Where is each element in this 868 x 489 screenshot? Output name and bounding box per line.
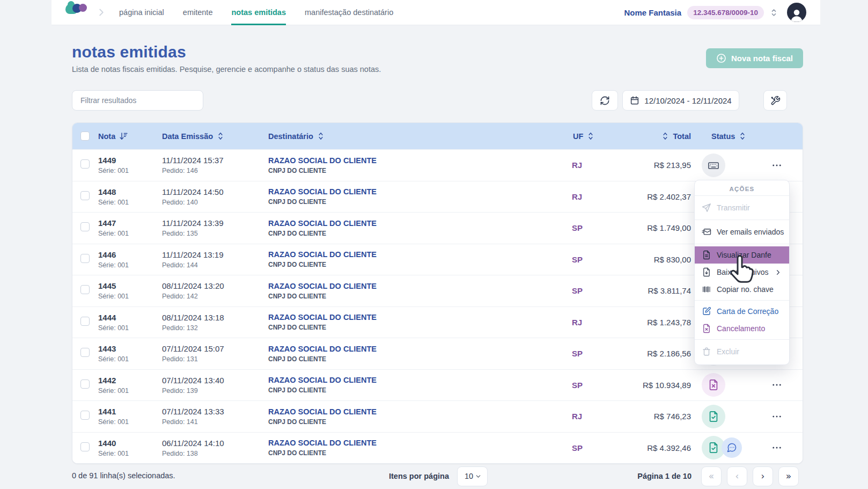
invoice-serie: Série: 001 [98, 230, 162, 237]
invoice-number: 1441 [98, 407, 162, 417]
status-authorized-icon [702, 405, 725, 428]
order-number: Pedido: 146 [162, 167, 268, 174]
recipient-cnpj: CNPJ DO CLIENTE [268, 198, 568, 206]
order-number: Pedido: 139 [162, 387, 268, 395]
app-logo-icon[interactable] [65, 4, 89, 21]
recipient-cnpj: CNPJ DO CLIENTE [268, 230, 568, 237]
recipient-link[interactable]: RAZAO SOCIAL DO CLIENTE [268, 376, 568, 385]
column-header-destinatario[interactable]: Destinatário [268, 132, 568, 141]
column-header-total[interactable]: Total [607, 132, 691, 141]
total-value: R$ 2.402,37 [607, 192, 691, 201]
invoice-number: 1449 [98, 156, 162, 165]
nav-item-manifestacao-destinatario[interactable]: manifestação destinatário [305, 0, 393, 25]
new-invoice-button[interactable]: Nova nota fiscal [706, 48, 803, 68]
menu-item-ver-emails-enviados[interactable]: Ver emails enviados [695, 223, 789, 240]
menu-item-excluir[interactable]: Excluir [695, 343, 789, 360]
recipient-link[interactable]: RAZAO SOCIAL DO CLIENTE [268, 407, 568, 417]
row-checkbox[interactable] [80, 442, 90, 451]
row-checkbox[interactable] [80, 411, 90, 420]
column-label: Destinatário [268, 132, 313, 141]
order-number: Pedido: 142 [162, 293, 268, 300]
menu-item-label: Ver emails enviados [717, 228, 784, 236]
invoice-number: 1444 [98, 313, 162, 323]
row-actions-button[interactable] [769, 409, 784, 424]
next-page-button[interactable]: › [753, 466, 773, 486]
row-checkbox[interactable] [80, 348, 90, 357]
menu-item-transmitir[interactable]: Transmitir [695, 199, 789, 216]
invoice-serie: Série: 001 [98, 293, 162, 300]
items-per-page-label: Itens por página [389, 472, 449, 480]
row-checkbox[interactable] [80, 285, 90, 294]
column-header-uf[interactable]: UF [568, 132, 607, 141]
recipient-link[interactable]: RAZAO SOCIAL DO CLIENTE [268, 345, 568, 354]
row-checkbox[interactable] [80, 254, 90, 263]
calendar-icon [630, 96, 639, 105]
menu-item-label: Copiar no. chave [717, 285, 774, 294]
column-label: Status [711, 132, 735, 141]
column-header-nota[interactable]: Nota [98, 132, 162, 141]
row-actions-button[interactable] [769, 440, 784, 455]
recipient-cnpj: CNPJ DO CLIENTE [268, 418, 568, 426]
nav-item-notas-emitidas[interactable]: notas emitidas [231, 0, 286, 25]
menu-item-carta-de-correcao[interactable]: Carta de Correção [695, 303, 789, 320]
order-number: Pedido: 132 [162, 324, 268, 332]
refresh-button[interactable] [592, 90, 618, 111]
total-value: R$ 10.934,89 [607, 381, 691, 390]
menu-item-baixar-arquivos[interactable]: Baixar arquivos [695, 264, 789, 281]
uf-value: RJ [568, 412, 607, 421]
uf-value: SP [568, 255, 607, 264]
last-page-button[interactable]: » [778, 466, 799, 486]
items-per-page-select[interactable]: 10 [457, 466, 488, 486]
row-checkbox[interactable] [80, 222, 90, 231]
uf-value: RJ [568, 318, 607, 327]
select-all-checkbox[interactable] [80, 132, 90, 141]
row-checkbox[interactable] [80, 317, 90, 326]
emission-date: 08/11/2024 13:18 [162, 313, 268, 323]
nav-item-pagina-inicial[interactable]: página inicial [119, 0, 164, 25]
recipient-link[interactable]: RAZAO SOCIAL DO CLIENTE [268, 313, 568, 322]
company-switcher-chevrons-icon[interactable] [770, 8, 778, 17]
order-number: Pedido: 140 [162, 199, 268, 206]
column-header-status[interactable]: Status [691, 132, 803, 141]
table-tools-button[interactable] [763, 90, 787, 111]
menu-item-label: Transmitir [717, 203, 750, 212]
menu-item-visualizar-danfe[interactable]: Visualizar Danfe [695, 246, 789, 264]
items-per-page-value: 10 [465, 472, 473, 480]
row-checkbox[interactable] [80, 191, 90, 200]
barcode-icon [702, 284, 711, 294]
row-checkbox[interactable] [80, 159, 90, 169]
nav-item-emitente[interactable]: emitente [183, 0, 213, 25]
table-row: 1440 Série: 001 06/11/2024 14:10 Pedido:… [72, 432, 803, 464]
recipient-link[interactable]: RAZAO SOCIAL DO CLIENTE [268, 439, 568, 448]
mail-sent-icon [702, 227, 711, 237]
recipient-link[interactable]: RAZAO SOCIAL DO CLIENTE [268, 187, 568, 196]
file-pen-icon [702, 306, 711, 316]
user-avatar[interactable] [787, 3, 806, 22]
company-cnpj-badge: 12.345.678/0009-10 [687, 6, 764, 19]
menu-item-label: Carta de Correção [717, 307, 778, 316]
emission-date: 08/11/2024 13:20 [162, 281, 268, 291]
menu-item-copiar-no-chave[interactable]: Copiar no. chave [695, 281, 789, 298]
row-actions-button[interactable] [769, 377, 784, 392]
previous-page-button[interactable]: ‹ [727, 466, 747, 486]
recipient-link[interactable]: RAZAO SOCIAL DO CLIENTE [268, 156, 568, 165]
order-number: Pedido: 138 [162, 450, 268, 457]
emission-date: 07/11/2024 13:33 [162, 407, 268, 417]
row-checkbox[interactable] [80, 379, 90, 389]
menu-item-label: Visualizar Danfe [717, 251, 771, 259]
row-actions-button[interactable] [769, 158, 784, 173]
first-page-button[interactable]: « [701, 466, 722, 486]
invoice-serie: Série: 001 [98, 199, 162, 206]
invoice-serie: Série: 001 [98, 450, 162, 457]
trash-icon [702, 347, 711, 356]
invoice-number: 1445 [98, 281, 162, 291]
filter-input[interactable] [72, 90, 203, 111]
table-row: 1441 Série: 001 07/11/2024 13:33 Pedido:… [72, 400, 803, 432]
recipient-link[interactable]: RAZAO SOCIAL DO CLIENTE [268, 282, 568, 291]
date-range-button[interactable]: 12/10/2024 - 12/11/2024 [622, 90, 739, 111]
recipient-link[interactable]: RAZAO SOCIAL DO CLIENTE [268, 250, 568, 259]
menu-item-cancelamento[interactable]: Cancelamento [695, 320, 789, 337]
column-header-data-emissao[interactable]: Data Emissão [162, 132, 268, 141]
page-subtitle: Lista de notas fiscais emitidas. Pesquis… [72, 65, 381, 74]
recipient-link[interactable]: RAZAO SOCIAL DO CLIENTE [268, 219, 568, 228]
